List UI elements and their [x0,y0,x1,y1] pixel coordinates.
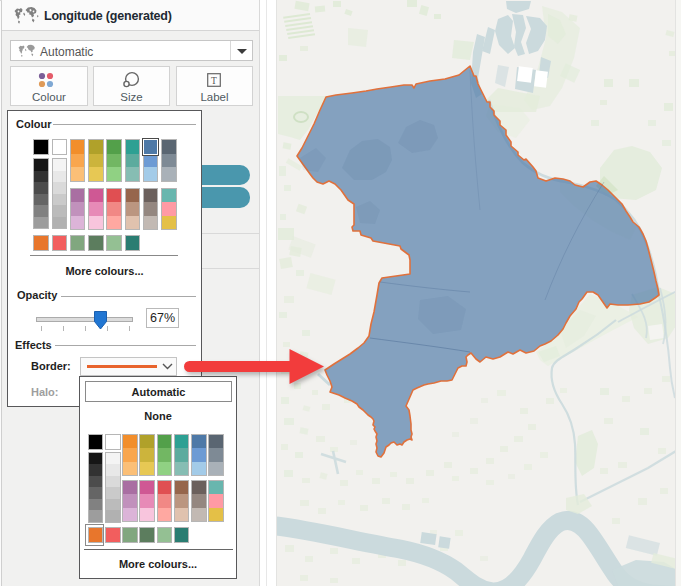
svg-text:T: T [211,76,217,86]
